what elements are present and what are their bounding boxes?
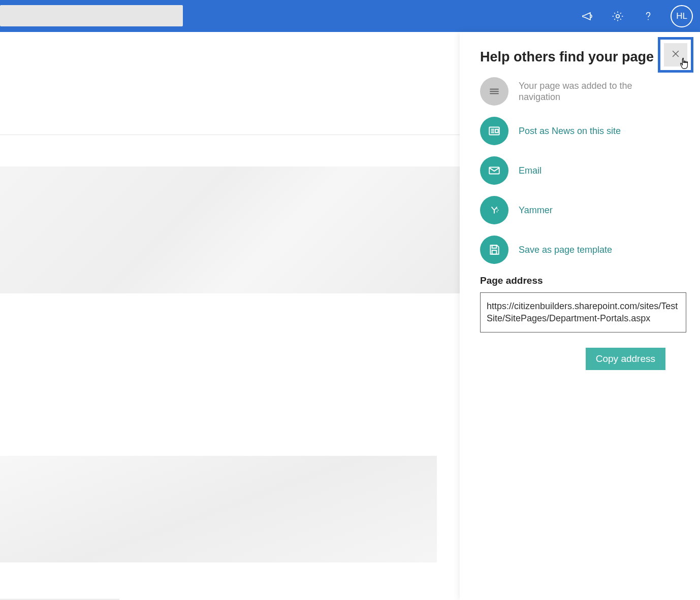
gear-icon[interactable]: [610, 8, 626, 24]
avatar-initials: HL: [676, 11, 687, 21]
page-address-label: Page address: [480, 275, 682, 286]
navigation-icon: [480, 77, 508, 106]
svg-rect-15: [492, 250, 497, 254]
yammer-icon: [480, 196, 508, 224]
help-others-panel: Help others find your page Your page was…: [460, 32, 700, 600]
email-icon: [480, 156, 508, 185]
save-icon: [480, 236, 508, 264]
save-template-row[interactable]: Save as page template: [480, 236, 682, 264]
news-icon: [480, 117, 508, 145]
svg-point-1: [648, 19, 649, 20]
svg-point-0: [616, 14, 619, 17]
close-icon: [671, 49, 681, 61]
divider: [0, 599, 119, 599]
yammer-label[interactable]: Yammer: [519, 205, 553, 216]
svg-point-12: [498, 210, 499, 211]
email-label[interactable]: Email: [519, 165, 542, 176]
navigation-added-text: Your page was added to the navigation: [519, 80, 666, 103]
help-icon[interactable]: [640, 8, 656, 24]
hero-image-bottom: [0, 456, 437, 562]
hero-image-top: [0, 166, 460, 293]
svg-rect-9: [495, 129, 498, 133]
top-bar: HL: [0, 0, 700, 32]
email-row[interactable]: Email: [480, 156, 682, 185]
search-input[interactable]: [0, 5, 183, 26]
content-block: [0, 293, 460, 456]
close-button[interactable]: [664, 43, 687, 66]
panel-title: Help others find your page: [480, 49, 682, 65]
save-template-label[interactable]: Save as page template: [519, 245, 612, 255]
svg-point-11: [496, 208, 497, 209]
navigation-added-row: Your page was added to the navigation: [480, 77, 682, 106]
copy-address-button[interactable]: Copy address: [586, 348, 665, 370]
close-button-highlight: [658, 37, 693, 73]
svg-rect-14: [492, 245, 497, 248]
page-address-field[interactable]: https://citizenbuilders.sharepoint.com/s…: [480, 292, 686, 332]
svg-point-13: [496, 211, 497, 212]
yammer-row[interactable]: Yammer: [480, 196, 682, 224]
post-news-row[interactable]: Post as News on this site: [480, 117, 682, 145]
megaphone-icon[interactable]: [579, 8, 595, 24]
post-news-label[interactable]: Post as News on this site: [519, 126, 621, 137]
divider: [0, 135, 460, 135]
main-content-area: [0, 32, 460, 600]
avatar[interactable]: HL: [671, 5, 693, 27]
